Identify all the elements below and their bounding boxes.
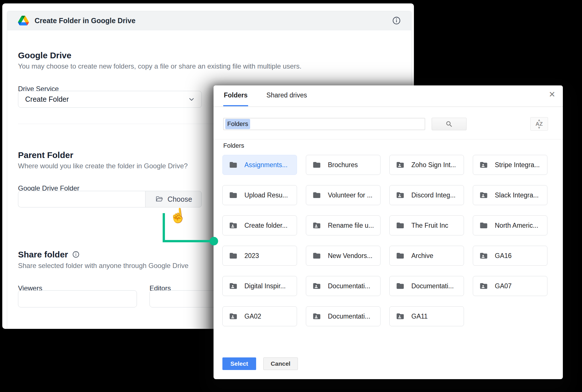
folder-name: GA07: [495, 282, 512, 290]
folder-name: Digital Inspir...: [244, 282, 286, 290]
folder-name: GA02: [244, 313, 261, 320]
shared-folder-icon: [312, 282, 321, 290]
folder-tile[interactable]: Brochures: [306, 155, 380, 175]
folder-tile[interactable]: GA16: [473, 246, 547, 266]
close-icon[interactable]: ✕: [549, 91, 555, 99]
shared-folder-icon: [229, 221, 238, 230]
viewers-input[interactable]: [18, 290, 137, 307]
folder-icon: [396, 282, 404, 290]
tab-label: Shared drives: [266, 91, 307, 99]
section-heading-parent-folder: Parent Folder: [18, 150, 73, 160]
drive-service-value: Create Folder: [25, 95, 69, 103]
folder-tile[interactable]: GA07: [473, 276, 547, 296]
google-drive-icon: [18, 16, 29, 25]
folder-grid: Assignments... Brochures Zoho Sign Int..…: [222, 155, 547, 326]
folder-name: 2023: [244, 252, 259, 260]
folder-name: Discord Integ...: [411, 191, 456, 199]
folder-name: Create folder...: [244, 222, 288, 229]
folder-tile[interactable]: 2023: [222, 246, 297, 266]
select-button[interactable]: Select: [222, 357, 256, 370]
share-folder-heading-text: Share folder: [18, 250, 68, 259]
drive-service-select[interactable]: Create Folder: [18, 91, 202, 108]
share-folder-description: Share selected folder with anyone throug…: [18, 262, 188, 270]
panel-title: Create Folder in Google Drive: [35, 17, 135, 25]
choose-button[interactable]: Choose: [145, 191, 202, 207]
folder-icon: [312, 191, 321, 199]
folder-name: Documentati...: [328, 282, 370, 290]
folder-name: Rename file u...: [328, 222, 374, 229]
shared-folder-icon: [396, 312, 404, 321]
folder-name: Upload Resu...: [244, 191, 288, 199]
shared-folder-icon: [312, 312, 321, 321]
folder-name: Stripe Integra...: [495, 161, 540, 169]
cancel-button[interactable]: Cancel: [263, 357, 298, 370]
shared-folder-icon: [479, 282, 488, 290]
picker-tabbar: Folders Shared drives: [214, 85, 563, 107]
folder-tile[interactable]: The Fruit Inc: [389, 215, 464, 235]
folder-tile[interactable]: Rename file u...: [306, 215, 380, 235]
google-drive-folder-input[interactable]: [18, 191, 145, 207]
folder-name: Brochures: [328, 161, 358, 169]
folder-tile[interactable]: Documentati...: [389, 276, 464, 296]
tab-label: Folders: [224, 91, 248, 99]
folder-tile[interactable]: Digital Inspir...: [222, 276, 297, 296]
shared-folder-icon: [396, 161, 404, 169]
folder-tile[interactable]: Create folder...: [222, 215, 297, 235]
folder-picker-dialog: Folders Shared drives ✕ Folders ▲ AZ ▼ F…: [214, 85, 563, 379]
tab-shared-drives[interactable]: Shared drives: [266, 85, 308, 106]
shared-folder-icon: [229, 312, 238, 321]
section-heading-google-drive: Google Drive: [18, 51, 71, 60]
google-drive-folder-field-group: Choose: [18, 191, 202, 207]
connector-line-vertical: [163, 213, 165, 242]
folder-icon: [229, 191, 238, 199]
folder-name: GA16: [495, 252, 512, 260]
folder-tile[interactable]: Documentati...: [306, 306, 380, 326]
connector-dot: [210, 237, 218, 245]
folder-name: Slack Integra...: [495, 191, 539, 199]
info-icon[interactable]: [392, 16, 401, 25]
folder-tile[interactable]: Documentati...: [306, 276, 380, 296]
folder-tile[interactable]: Slack Integra...: [473, 185, 547, 205]
section-heading-share-folder: Share folder: [18, 250, 80, 259]
tab-folders[interactable]: Folders: [223, 85, 248, 106]
search-selected-text: Folders: [225, 119, 250, 129]
folder-tile[interactable]: Assignments...: [222, 155, 297, 175]
shared-folder-icon: [479, 191, 488, 199]
folder-tile[interactable]: New Vendors...: [306, 246, 380, 266]
shared-folder-icon: [479, 251, 488, 260]
panel-header: Create Folder in Google Drive: [7, 11, 411, 30]
folder-tile[interactable]: Volunteer for ...: [306, 185, 380, 205]
screenshot-stage: Create Folder in Google Drive Google Dri…: [0, 0, 582, 392]
folder-tile[interactable]: GA02: [222, 306, 297, 326]
shared-folder-icon: [479, 161, 488, 169]
chevron-down-icon: [188, 96, 195, 103]
folder-tile[interactable]: Discord Integ...: [389, 185, 464, 205]
folder-name: North Americ...: [495, 222, 538, 229]
folder-name: Zoho Sign Int...: [411, 161, 456, 169]
folder-name: Documentati...: [411, 282, 454, 290]
share-folder-info-icon[interactable]: [72, 251, 80, 258]
folder-tile[interactable]: Stripe Integra...: [473, 155, 547, 175]
search-button[interactable]: [432, 118, 467, 130]
folder-tile[interactable]: Archive: [389, 246, 464, 266]
folder-tile[interactable]: Zoho Sign Int...: [389, 155, 464, 175]
folder-icon: [479, 221, 488, 230]
parent-folder-description: Where would you like create the folder i…: [18, 162, 188, 170]
folder-icon: [229, 251, 238, 260]
folder-tile[interactable]: GA11: [389, 306, 464, 326]
folder-icon: [396, 221, 404, 230]
shared-folder-icon: [396, 191, 404, 199]
folders-section-label: Folders: [223, 142, 244, 149]
folder-name: Documentati...: [328, 313, 370, 320]
sort-alphabetical-icon[interactable]: ▲ AZ ▼: [530, 117, 548, 131]
folder-name: Archive: [411, 252, 433, 260]
open-folder-icon: [155, 195, 164, 203]
folder-search-input[interactable]: Folders: [223, 118, 425, 130]
folder-tile[interactable]: North Americ...: [473, 215, 547, 235]
section-description: You may choose to create new folders, co…: [18, 62, 302, 71]
picker-divider: [214, 139, 563, 139]
folder-icon: [396, 251, 404, 260]
folder-name: New Vendors...: [328, 252, 372, 260]
folder-name: GA11: [411, 313, 428, 320]
folder-tile[interactable]: Upload Resu...: [222, 185, 297, 205]
